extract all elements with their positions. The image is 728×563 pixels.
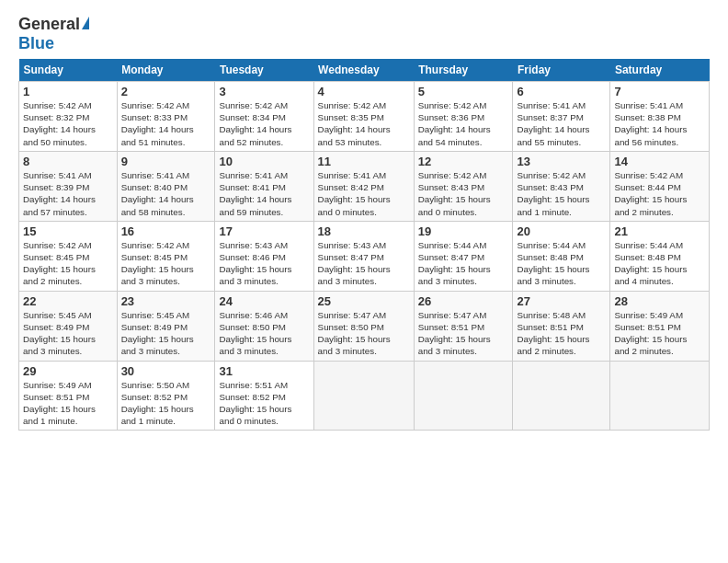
logo: General Blue: [18, 15, 89, 53]
calendar-cell: 23Sunrise: 5:45 AM Sunset: 8:49 PM Dayli…: [117, 291, 215, 361]
calendar-week-row: 22Sunrise: 5:45 AM Sunset: 8:49 PM Dayli…: [19, 291, 710, 361]
day-detail: Sunrise: 5:43 AM Sunset: 8:46 PM Dayligh…: [219, 239, 309, 288]
day-number: 1: [23, 85, 113, 98]
calendar-cell: 19Sunrise: 5:44 AM Sunset: 8:47 PM Dayli…: [414, 221, 513, 291]
calendar-cell: 4Sunrise: 5:42 AM Sunset: 8:35 PM Daylig…: [313, 82, 414, 152]
day-number: 10: [219, 155, 309, 168]
day-number: 5: [418, 85, 509, 98]
day-number: 18: [318, 224, 410, 238]
page: General Blue SundayMondayTuesdayWednesda…: [0, 0, 728, 440]
weekday-header-row: SundayMondayTuesdayWednesdayThursdayFrid…: [19, 59, 710, 82]
day-number: 17: [219, 224, 309, 238]
day-number: 25: [318, 294, 410, 308]
day-number: 28: [614, 294, 705, 308]
calendar-cell: [313, 361, 414, 431]
weekday-header-wednesday: Wednesday: [313, 59, 414, 82]
calendar-cell: 29Sunrise: 5:49 AM Sunset: 8:51 PM Dayli…: [19, 361, 118, 431]
calendar-cell: 1Sunrise: 5:42 AM Sunset: 8:32 PM Daylig…: [19, 82, 118, 152]
weekday-header-monday: Monday: [117, 59, 215, 82]
day-detail: Sunrise: 5:47 AM Sunset: 8:51 PM Dayligh…: [418, 309, 509, 358]
day-detail: Sunrise: 5:45 AM Sunset: 8:49 PM Dayligh…: [121, 309, 211, 358]
calendar-cell: 3Sunrise: 5:42 AM Sunset: 8:34 PM Daylig…: [215, 82, 313, 152]
calendar-cell: 31Sunrise: 5:51 AM Sunset: 8:52 PM Dayli…: [215, 361, 313, 431]
day-number: 11: [318, 155, 410, 168]
calendar-cell: 12Sunrise: 5:42 AM Sunset: 8:43 PM Dayli…: [414, 151, 513, 221]
day-detail: Sunrise: 5:42 AM Sunset: 8:43 PM Dayligh…: [517, 169, 606, 218]
day-number: 13: [517, 155, 606, 168]
day-detail: Sunrise: 5:41 AM Sunset: 8:37 PM Dayligh…: [517, 99, 606, 148]
day-detail: Sunrise: 5:42 AM Sunset: 8:33 PM Dayligh…: [121, 99, 211, 148]
day-detail: Sunrise: 5:48 AM Sunset: 8:51 PM Dayligh…: [517, 309, 606, 358]
day-detail: Sunrise: 5:42 AM Sunset: 8:44 PM Dayligh…: [614, 169, 705, 218]
day-number: 8: [23, 155, 113, 168]
calendar-cell: 2Sunrise: 5:42 AM Sunset: 8:33 PM Daylig…: [117, 82, 215, 152]
weekday-header-tuesday: Tuesday: [215, 59, 313, 82]
calendar-table: SundayMondayTuesdayWednesdayThursdayFrid…: [18, 59, 710, 431]
day-number: 6: [517, 85, 606, 98]
weekday-header-thursday: Thursday: [414, 59, 513, 82]
calendar-cell: 11Sunrise: 5:41 AM Sunset: 8:42 PM Dayli…: [313, 151, 414, 221]
day-number: 27: [517, 294, 606, 308]
calendar-cell: 27Sunrise: 5:48 AM Sunset: 8:51 PM Dayli…: [513, 291, 610, 361]
day-number: 29: [23, 364, 113, 378]
calendar-week-row: 29Sunrise: 5:49 AM Sunset: 8:51 PM Dayli…: [19, 361, 710, 431]
calendar-cell: 5Sunrise: 5:42 AM Sunset: 8:36 PM Daylig…: [414, 82, 513, 152]
day-detail: Sunrise: 5:42 AM Sunset: 8:36 PM Dayligh…: [418, 99, 509, 148]
header: General Blue: [18, 15, 710, 53]
weekday-header-saturday: Saturday: [610, 59, 710, 82]
day-detail: Sunrise: 5:45 AM Sunset: 8:49 PM Dayligh…: [23, 309, 113, 358]
calendar-cell: 16Sunrise: 5:42 AM Sunset: 8:45 PM Dayli…: [117, 221, 215, 291]
calendar-cell: 28Sunrise: 5:49 AM Sunset: 8:51 PM Dayli…: [610, 291, 710, 361]
calendar-cell: 30Sunrise: 5:50 AM Sunset: 8:52 PM Dayli…: [117, 361, 215, 431]
calendar-cell: 24Sunrise: 5:46 AM Sunset: 8:50 PM Dayli…: [215, 291, 313, 361]
calendar-week-row: 8Sunrise: 5:41 AM Sunset: 8:39 PM Daylig…: [19, 151, 710, 221]
day-number: 31: [219, 364, 309, 378]
calendar-cell: [513, 361, 610, 431]
weekday-header-friday: Friday: [513, 59, 610, 82]
day-detail: Sunrise: 5:51 AM Sunset: 8:52 PM Dayligh…: [219, 379, 309, 428]
day-number: 22: [23, 294, 113, 308]
day-detail: Sunrise: 5:49 AM Sunset: 8:51 PM Dayligh…: [614, 309, 705, 358]
logo-icon: [82, 17, 89, 29]
calendar-cell: 20Sunrise: 5:44 AM Sunset: 8:48 PM Dayli…: [513, 221, 610, 291]
calendar-cell: 7Sunrise: 5:41 AM Sunset: 8:38 PM Daylig…: [610, 82, 710, 152]
day-number: 3: [219, 85, 309, 98]
day-number: 23: [121, 294, 211, 308]
day-detail: Sunrise: 5:41 AM Sunset: 8:41 PM Dayligh…: [219, 169, 309, 218]
day-number: 15: [23, 224, 113, 238]
day-detail: Sunrise: 5:49 AM Sunset: 8:51 PM Dayligh…: [23, 379, 113, 428]
calendar-cell: 14Sunrise: 5:42 AM Sunset: 8:44 PM Dayli…: [610, 151, 710, 221]
calendar-cell: 26Sunrise: 5:47 AM Sunset: 8:51 PM Dayli…: [414, 291, 513, 361]
day-detail: Sunrise: 5:42 AM Sunset: 8:45 PM Dayligh…: [23, 239, 113, 288]
calendar-cell: 9Sunrise: 5:41 AM Sunset: 8:40 PM Daylig…: [117, 151, 215, 221]
day-detail: Sunrise: 5:42 AM Sunset: 8:34 PM Dayligh…: [219, 99, 309, 148]
day-detail: Sunrise: 5:44 AM Sunset: 8:48 PM Dayligh…: [517, 239, 606, 288]
day-detail: Sunrise: 5:42 AM Sunset: 8:45 PM Dayligh…: [121, 239, 211, 288]
logo-general: General: [18, 15, 80, 34]
day-number: 16: [121, 224, 211, 238]
day-detail: Sunrise: 5:42 AM Sunset: 8:35 PM Dayligh…: [318, 99, 410, 148]
day-number: 24: [219, 294, 309, 308]
calendar-week-row: 1Sunrise: 5:42 AM Sunset: 8:32 PM Daylig…: [19, 82, 710, 152]
day-number: 7: [614, 85, 705, 98]
day-number: 14: [614, 155, 705, 168]
day-detail: Sunrise: 5:41 AM Sunset: 8:42 PM Dayligh…: [318, 169, 410, 218]
calendar-cell: 6Sunrise: 5:41 AM Sunset: 8:37 PM Daylig…: [513, 82, 610, 152]
day-detail: Sunrise: 5:41 AM Sunset: 8:40 PM Dayligh…: [121, 169, 211, 218]
day-number: 4: [318, 85, 410, 98]
calendar-cell: 22Sunrise: 5:45 AM Sunset: 8:49 PM Dayli…: [19, 291, 118, 361]
day-detail: Sunrise: 5:43 AM Sunset: 8:47 PM Dayligh…: [318, 239, 410, 288]
calendar-cell: 18Sunrise: 5:43 AM Sunset: 8:47 PM Dayli…: [313, 221, 414, 291]
day-detail: Sunrise: 5:41 AM Sunset: 8:38 PM Dayligh…: [614, 99, 705, 148]
logo-blue: Blue: [18, 34, 54, 53]
calendar-cell: [414, 361, 513, 431]
calendar-cell: 17Sunrise: 5:43 AM Sunset: 8:46 PM Dayli…: [215, 221, 313, 291]
calendar-cell: 10Sunrise: 5:41 AM Sunset: 8:41 PM Dayli…: [215, 151, 313, 221]
day-detail: Sunrise: 5:41 AM Sunset: 8:39 PM Dayligh…: [23, 169, 113, 218]
calendar-cell: 25Sunrise: 5:47 AM Sunset: 8:50 PM Dayli…: [313, 291, 414, 361]
day-number: 19: [418, 224, 509, 238]
day-number: 2: [121, 85, 211, 98]
calendar-cell: 8Sunrise: 5:41 AM Sunset: 8:39 PM Daylig…: [19, 151, 118, 221]
day-detail: Sunrise: 5:44 AM Sunset: 8:47 PM Dayligh…: [418, 239, 509, 288]
day-detail: Sunrise: 5:42 AM Sunset: 8:43 PM Dayligh…: [418, 169, 509, 218]
